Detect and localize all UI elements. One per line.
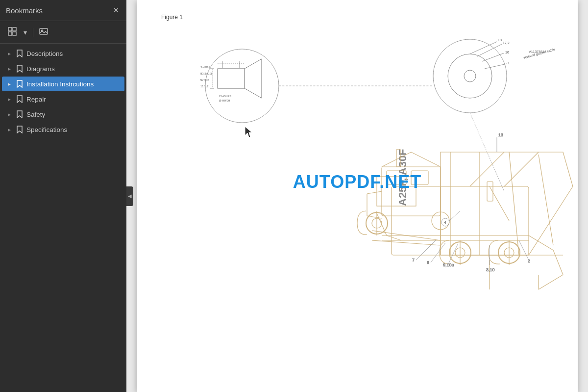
svg-point-30 — [448, 54, 492, 98]
svg-line-34 — [482, 53, 504, 61]
svg-text:118±2: 118±2 — [200, 85, 209, 88]
svg-line-78 — [553, 250, 563, 275]
figure-label: Figure 1 — [161, 14, 183, 21]
sidebar-title: Bookmarks — [6, 6, 43, 15]
svg-text:2 HOLES: 2 HOLES — [219, 95, 231, 98]
svg-marker-8 — [17, 80, 22, 87]
svg-line-85 — [470, 152, 504, 186]
bookmark-icon — [16, 65, 24, 73]
svg-point-31 — [464, 70, 476, 82]
chevron-right-icon: ► — [6, 112, 13, 117]
svg-line-71 — [367, 216, 382, 218]
sidebar-item-label: Diagrams — [26, 65, 120, 73]
svg-marker-58 — [441, 152, 573, 255]
sidebar-item-installation[interactable]: ► Installation Instrcutions — [2, 77, 124, 91]
svg-text:Ø H9/09: Ø H9/09 — [219, 99, 230, 102]
chevron-down-icon: ▾ — [24, 28, 27, 36]
sidebar: Bookmarks × ▾ — [0, 0, 126, 392]
svg-text:16: 16 — [505, 51, 509, 54]
image-view-button[interactable] — [37, 25, 50, 39]
sidebar-header: Bookmarks × — [0, 0, 126, 21]
svg-text:13: 13 — [498, 132, 503, 137]
sidebar-item-label: Safety — [26, 111, 120, 118]
bookmark-list: ► Descriptions ► Diagrams ► Ins — [0, 44, 126, 392]
svg-text:3,10: 3,10 — [486, 267, 495, 272]
svg-line-62 — [539, 155, 553, 245]
svg-line-89 — [416, 240, 436, 260]
svg-line-66 — [411, 152, 441, 167]
sidebar-item-diagrams[interactable]: ► Diagrams — [2, 61, 124, 76]
dropdown-arrow-button[interactable]: ▾ — [22, 26, 29, 38]
svg-point-12 — [205, 49, 279, 123]
sidebar-item-label: Repair — [26, 96, 120, 103]
svg-text:17,2: 17,2 — [503, 41, 510, 45]
grid-icon — [8, 27, 17, 37]
svg-marker-6 — [17, 50, 22, 57]
sidebar-item-specifications[interactable]: ► Specifications — [2, 122, 124, 137]
svg-text:7: 7 — [412, 258, 415, 262]
svg-line-63 — [490, 186, 509, 221]
chevron-right-icon: ► — [6, 97, 13, 102]
bookmark-icon — [16, 110, 24, 118]
svg-marker-7 — [17, 65, 22, 72]
svg-marker-9 — [17, 96, 22, 103]
svg-marker-10 — [17, 111, 22, 118]
svg-line-33 — [477, 44, 502, 56]
page-container: Figure 1 4.3±0.5 8 — [137, 0, 578, 392]
svg-line-97 — [519, 240, 529, 260]
svg-marker-11 — [17, 126, 22, 133]
sidebar-item-label: Specifications — [26, 126, 120, 133]
toolbar-divider — [33, 28, 33, 37]
svg-rect-1 — [13, 27, 16, 31]
collapse-sidebar-button[interactable]: ◀ — [126, 186, 133, 206]
svg-line-76 — [387, 235, 401, 240]
svg-line-61 — [509, 152, 519, 255]
svg-text:1: 1 — [508, 61, 510, 65]
svg-line-84 — [372, 240, 441, 245]
svg-text:4: 4 — [444, 220, 446, 225]
sidebar-item-label: Descriptions — [26, 50, 120, 57]
svg-line-32 — [470, 42, 497, 54]
svg-text:V1137851: V1137851 — [529, 50, 544, 53]
svg-rect-0 — [8, 27, 12, 31]
svg-text:A25F, A30F: A25F, A30F — [396, 149, 409, 206]
svg-rect-4 — [40, 28, 48, 34]
sidebar-item-safety[interactable]: ► Safety — [2, 107, 124, 122]
svg-text:4.3±0.5: 4.3±0.5 — [200, 65, 211, 68]
svg-rect-68 — [411, 171, 428, 184]
svg-point-29 — [433, 39, 507, 113]
svg-line-70 — [367, 191, 382, 194]
svg-line-14 — [245, 59, 262, 69]
sidebar-toolbar: ▾ — [0, 21, 126, 44]
svg-text:screw/d ground cable: screw/d ground cable — [523, 48, 555, 60]
svg-text:8: 8 — [427, 260, 429, 265]
bookmark-icon — [16, 80, 24, 88]
close-button[interactable]: × — [111, 5, 121, 16]
bookmark-icon — [16, 50, 24, 57]
svg-text:9,10a: 9,10a — [443, 262, 454, 267]
grid-view-button[interactable] — [6, 25, 19, 39]
svg-line-91 — [431, 243, 445, 262]
svg-line-79 — [539, 275, 563, 289]
svg-line-35 — [485, 64, 507, 69]
svg-text:18: 18 — [498, 38, 502, 42]
bookmark-icon — [16, 95, 24, 103]
svg-line-99 — [449, 211, 460, 221]
svg-text:57.5±5: 57.5±5 — [200, 78, 210, 81]
chevron-right-icon: ► — [6, 81, 13, 87]
svg-line-77 — [529, 235, 553, 250]
sidebar-item-label: Installation Instrcutions — [26, 80, 120, 88]
svg-rect-2 — [8, 32, 12, 35]
svg-line-15 — [245, 88, 262, 98]
svg-text:83.3±0.3: 83.3±0.3 — [200, 72, 212, 75]
svg-rect-3 — [13, 32, 16, 35]
sidebar-item-descriptions[interactable]: ► Descriptions — [2, 46, 124, 61]
svg-rect-13 — [218, 69, 245, 88]
chevron-right-icon: ► — [6, 66, 13, 72]
sidebar-item-repair[interactable]: ► Repair — [2, 92, 124, 106]
chevron-right-icon: ► — [6, 127, 13, 132]
image-icon — [39, 27, 48, 37]
technical-drawing: 4.3±0.5 83.3±0.3 57.5±5 118±2 2 HOLES Ø … — [137, 0, 578, 392]
svg-text:2: 2 — [528, 259, 530, 263]
bookmark-icon — [16, 126, 24, 133]
